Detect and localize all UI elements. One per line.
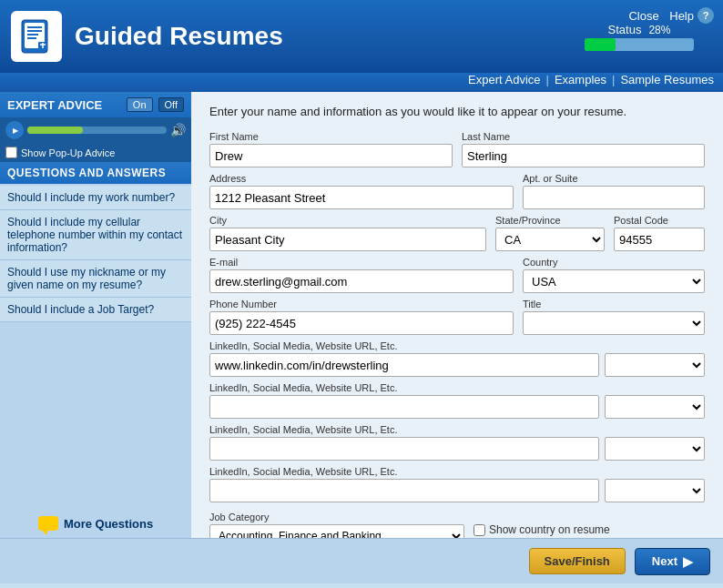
social-input-4[interactable] xyxy=(209,479,599,502)
email-input[interactable] xyxy=(209,269,514,293)
nav-expert-advice[interactable]: Expert Advice xyxy=(468,73,541,86)
social-group-1: LinkedIn, Social Media, Website URL, Etc… xyxy=(209,340,705,377)
expert-advice-bar: EXPERT ADVICE On Off xyxy=(0,92,191,117)
toggle-on-button[interactable]: On xyxy=(127,97,153,112)
chat-bubble-icon xyxy=(38,516,58,531)
state-select[interactable]: CA NY TX xyxy=(495,228,605,251)
city-input[interactable] xyxy=(209,228,486,251)
save-finish-button[interactable]: Save/Finish xyxy=(529,548,626,574)
phone-input[interactable] xyxy=(209,311,514,335)
social-type-select-2[interactable] xyxy=(605,395,705,419)
social-label-3: LinkedIn, Social Media, Website URL, Etc… xyxy=(209,424,705,435)
status-label: Status xyxy=(608,23,642,36)
email-row: E-mail Country USA Canada UK xyxy=(209,257,705,293)
job-category-row: Job Category Accounting, Finance and Ban… xyxy=(209,512,705,538)
nav-examples[interactable]: Examples xyxy=(555,73,606,86)
apt-label: Apt. or Suite xyxy=(523,173,705,184)
next-label: Next xyxy=(652,554,677,568)
postal-input[interactable] xyxy=(614,228,705,251)
social-row-2 xyxy=(209,395,705,419)
social-type-select-3[interactable] xyxy=(605,437,705,461)
social-group-2: LinkedIn, Social Media, Website URL, Etc… xyxy=(209,382,705,419)
help-link[interactable]: Help xyxy=(669,9,694,23)
nav-sample-resumes[interactable]: Sample Resumes xyxy=(620,73,714,86)
social-row-4 xyxy=(209,479,705,502)
status-bar-fill xyxy=(585,38,616,51)
title-label: Title xyxy=(523,299,705,309)
social-type-select-4[interactable] xyxy=(605,479,705,502)
job-category-select[interactable]: Accounting, Finance and Banking Technolo… xyxy=(209,524,464,538)
close-link[interactable]: Close xyxy=(628,9,658,23)
header-links: Close Help ? xyxy=(628,7,714,24)
city-group: City xyxy=(209,215,486,251)
phone-group: Phone Number xyxy=(209,299,514,335)
social-type-select-1[interactable]: LinkedIn xyxy=(605,353,705,377)
title-select[interactable]: Mr. Ms. Dr. xyxy=(523,311,705,335)
next-button[interactable]: Next ▶ xyxy=(635,548,710,575)
last-name-label: Last Name xyxy=(462,131,705,142)
state-group: State/Province CA NY TX xyxy=(495,215,605,251)
social-group-4: LinkedIn, Social Media, Website URL, Etc… xyxy=(209,466,705,502)
title-group: Title Mr. Ms. Dr. xyxy=(523,299,705,335)
last-name-group: Last Name xyxy=(462,131,705,167)
qa-header: QUESTIONS AND ANSWERS xyxy=(0,162,191,184)
social-input-1[interactable] xyxy=(209,353,599,377)
popup-advice-label[interactable]: Show Pop-Up Advice xyxy=(21,147,115,158)
first-name-label: First Name xyxy=(209,131,453,142)
qa-item[interactable]: Should I use my nickname or my given nam… xyxy=(0,260,191,298)
first-name-input[interactable] xyxy=(209,144,453,167)
address-group: Address xyxy=(209,173,514,209)
social-label-4: LinkedIn, Social Media, Website URL, Etc… xyxy=(209,466,705,477)
more-questions-label: More Questions xyxy=(64,517,153,531)
social-label-2: LinkedIn, Social Media, Website URL, Etc… xyxy=(209,382,705,393)
status-bar-background xyxy=(585,38,694,51)
qa-items-list: Should I include my work number? Should … xyxy=(0,184,191,509)
apt-input[interactable] xyxy=(523,186,705,209)
job-category-group: Job Category Accounting, Finance and Ban… xyxy=(209,512,464,538)
more-questions-button[interactable]: More Questions xyxy=(0,509,191,538)
app-logo xyxy=(11,11,62,62)
address-row: Address Apt. or Suite xyxy=(209,173,705,209)
show-country-group: Show country on resume xyxy=(474,523,610,536)
job-category-label: Job Category xyxy=(209,512,464,522)
qa-item[interactable]: Should I include a Job Target? xyxy=(0,298,191,322)
email-group: E-mail xyxy=(209,257,514,293)
sidebar: EXPERT ADVICE On Off 🔊 Show Pop-Up Advic… xyxy=(0,92,191,538)
social-input-3[interactable] xyxy=(209,437,599,461)
last-name-input[interactable] xyxy=(462,144,705,167)
next-arrow-icon: ▶ xyxy=(683,554,693,569)
audio-bar: 🔊 xyxy=(0,117,191,143)
phone-label: Phone Number xyxy=(209,299,514,309)
expert-advice-label: EXPERT ADVICE xyxy=(7,98,121,112)
status-section: Status 28% xyxy=(585,23,694,51)
social-input-2[interactable] xyxy=(209,395,599,419)
app-header: Guided Resumes Status 28% Close Help ? xyxy=(0,0,723,73)
popup-advice-checkbox[interactable] xyxy=(5,147,17,158)
social-label-1: LinkedIn, Social Media, Website URL, Etc… xyxy=(209,340,705,351)
country-select[interactable]: USA Canada UK xyxy=(523,269,705,293)
phone-row: Phone Number Title Mr. Ms. Dr. xyxy=(209,299,705,335)
country-label: Country xyxy=(523,257,705,268)
show-country-checkbox[interactable] xyxy=(474,524,485,536)
play-button[interactable] xyxy=(5,121,24,139)
postal-label: Postal Code xyxy=(614,215,705,226)
nav-bar: Expert Advice | Examples | Sample Resume… xyxy=(0,73,723,92)
show-country-label[interactable]: Show country on resume xyxy=(489,523,610,536)
email-label: E-mail xyxy=(209,257,514,268)
main-content: Enter your name and information as you w… xyxy=(191,92,723,538)
audio-slider[interactable] xyxy=(27,127,167,134)
city-row: City State/Province CA NY TX Postal Code xyxy=(209,215,705,251)
name-row: First Name Last Name xyxy=(209,131,705,167)
volume-icon[interactable]: 🔊 xyxy=(170,123,186,137)
help-icon[interactable]: ? xyxy=(698,7,714,24)
first-name-group: First Name xyxy=(209,131,453,167)
footer: Save/Finish Next ▶ xyxy=(0,538,723,583)
social-row-1: LinkedIn xyxy=(209,353,705,377)
qa-item[interactable]: Should I include my work number? xyxy=(0,186,191,210)
address-input[interactable] xyxy=(209,186,514,209)
address-label: Address xyxy=(209,173,514,184)
toggle-off-button[interactable]: Off xyxy=(158,97,184,112)
qa-item[interactable]: Should I include my cellular telephone n… xyxy=(0,210,191,260)
social-row-3 xyxy=(209,437,705,461)
postal-group: Postal Code xyxy=(614,215,705,251)
